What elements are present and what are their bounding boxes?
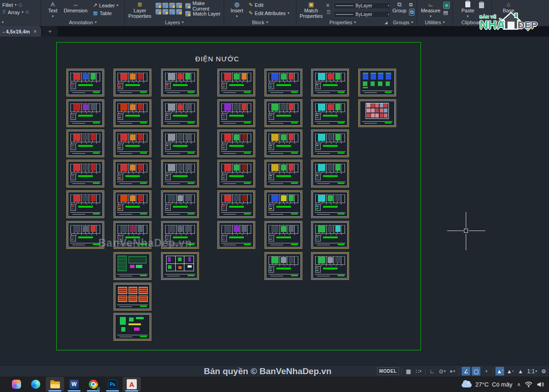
groups-panel-title[interactable]: Groups ▾ xyxy=(389,18,417,26)
layer-freeze-icon[interactable] xyxy=(169,3,175,8)
offset-icon[interactable]: ⊂ xyxy=(25,9,29,15)
leader-button[interactable]: ↗ Leader ▾ xyxy=(93,2,118,8)
drawing-sheet-r1c7[interactable] xyxy=(358,69,396,97)
drawing-sheet-r3c6[interactable] xyxy=(311,129,349,157)
quick-measure-icon[interactable]: ▣ xyxy=(443,2,450,9)
taskbar-copilot-button[interactable] xyxy=(7,377,26,392)
snap-mode-toggle[interactable]: ∷▾ xyxy=(414,367,423,376)
properties-panel-title[interactable]: Properties ▾ xyxy=(296,18,389,26)
drawing-sheet-r7c6[interactable] xyxy=(311,252,349,280)
layer-unlock-icon[interactable] xyxy=(176,9,182,15)
drawing-sheet-r2c3[interactable] xyxy=(161,99,199,127)
layer-thaw-icon[interactable] xyxy=(169,9,175,15)
drawing-sheet-r1c5[interactable] xyxy=(264,69,302,97)
drawing-sheet-r6c4[interactable] xyxy=(217,221,255,249)
block-edit-button[interactable]: ✎ Edit xyxy=(249,2,290,8)
drawing-sheet-r4c4[interactable] xyxy=(217,160,255,188)
drawing-sheet-r7c2[interactable] xyxy=(113,252,151,280)
model-space-button[interactable]: MODEL xyxy=(377,367,399,375)
drawing-sheet-r1c3[interactable] xyxy=(161,69,199,97)
grid-display-toggle[interactable]: ▦ xyxy=(404,367,413,376)
drawing-sheet-r2c5[interactable] xyxy=(264,99,302,127)
customization-button[interactable]: ⚙ xyxy=(539,367,548,376)
isometric-drafting-toggle[interactable]: ⌖▾ xyxy=(448,367,457,376)
make-current-button[interactable]: Make Current xyxy=(185,3,221,9)
drawing-sheet-r8c2[interactable] xyxy=(113,283,151,311)
measure-button[interactable]: ⌳ Measure ▾ xyxy=(420,0,441,18)
dimension-button[interactable]: ↔ Dimension xyxy=(63,0,88,13)
drawing-sheet-r4c5[interactable] xyxy=(264,160,302,188)
object-snap-toggle[interactable]: ▢ xyxy=(472,367,480,376)
taskbar-chrome-button[interactable]: Q xyxy=(84,377,102,392)
annotation-scale-button[interactable]: ▲ xyxy=(516,367,525,376)
panel-expand-icon[interactable]: ▾ xyxy=(2,20,4,24)
new-tab-button[interactable]: + xyxy=(42,26,58,37)
utilities-panel-title[interactable]: Utilities ▾ xyxy=(417,18,452,26)
block-panel-title[interactable]: Block ▾ xyxy=(224,18,296,26)
text-button[interactable]: A Text ▾ xyxy=(47,0,58,18)
drawing-sheet-r1c2[interactable] xyxy=(113,69,151,97)
scale-value-button[interactable]: 1:1▾ xyxy=(526,367,538,376)
layer-off-icon[interactable] xyxy=(156,9,161,15)
taskbar-photoshop-button[interactable]: Ps xyxy=(103,377,122,392)
linetype-icon[interactable]: ☰ xyxy=(326,9,331,15)
fillet-button[interactable]: Fillet ▾ ◇ xyxy=(2,2,22,8)
layer-on-icon[interactable] xyxy=(162,9,168,15)
drawing-sheet-r3c3[interactable] xyxy=(161,129,199,157)
drawing-sheet-r2c4[interactable] xyxy=(217,99,255,127)
quick-calculator-icon[interactable]: ▤ xyxy=(443,10,450,16)
drawing-sheet-r5c5[interactable] xyxy=(264,190,302,218)
drawing-sheet-r1c6[interactable] xyxy=(311,69,349,97)
group-edit-icon[interactable]: ⧉ xyxy=(409,9,414,16)
layer-unisolate-icon[interactable] xyxy=(162,3,168,8)
drawing-sheet-r3c1[interactable] xyxy=(66,129,104,157)
drawing-sheet-r5c2[interactable] xyxy=(113,190,151,218)
properties-dialog-launcher-icon[interactable]: ◢ xyxy=(385,21,388,25)
drawing-sheet-r7c3[interactable] xyxy=(161,252,199,280)
drawing-sheet-r4c6[interactable] xyxy=(311,160,349,188)
weather-widget[interactable]: 27°C Có mây xyxy=(462,381,512,388)
object-snap-menu[interactable]: ▾ xyxy=(482,367,490,376)
drawing-sheet-r2c6[interactable] xyxy=(311,99,349,127)
wifi-icon[interactable] xyxy=(525,381,533,387)
drawing-sheet-r2c7[interactable] xyxy=(358,99,396,127)
layer-isolate-icon[interactable] xyxy=(156,3,161,8)
layer-lock-icon[interactable] xyxy=(176,3,182,8)
drawing-canvas[interactable]: ĐIỆN NƯỚC BanVeNhaDep.vn xyxy=(0,37,549,365)
drawing-sheet-r3c5[interactable] xyxy=(264,129,302,157)
annotation-panel-title[interactable]: Annotation ▾ xyxy=(41,18,124,26)
color-dropdown[interactable]: ByLayer ▾ xyxy=(334,2,389,9)
taskbar-edge-button[interactable] xyxy=(27,377,45,392)
ungroup-icon[interactable]: ⧉ xyxy=(409,2,414,8)
close-icon[interactable]: × xyxy=(33,28,37,35)
lineweight-icon[interactable]: ≡ xyxy=(326,2,331,8)
drawing-sheet-r6c6[interactable] xyxy=(311,221,349,249)
drawing-sheet-r1c1[interactable] xyxy=(66,69,104,97)
drawing-sheet-r2c2[interactable] xyxy=(113,99,151,127)
match-properties-button[interactable]: ▣ Match Properties xyxy=(299,0,323,18)
chevron-down-icon[interactable]: ▾ xyxy=(15,3,16,7)
speaker-icon[interactable] xyxy=(537,381,544,387)
drawing-sheet-r5c3[interactable] xyxy=(161,190,199,218)
ortho-mode-toggle[interactable]: ∟ xyxy=(428,367,436,376)
drawing-sheet-r5c4[interactable] xyxy=(217,190,255,218)
copy-clip-icon[interactable] xyxy=(479,2,484,8)
array-button[interactable]: ⠿ Array ▾ ⊂ xyxy=(2,9,30,15)
taskbar-explorer-button[interactable] xyxy=(46,377,64,392)
linetype-dropdown[interactable]: ByLayer ▾ xyxy=(334,11,389,18)
taskbar-autocad-button[interactable]: A xyxy=(123,377,141,392)
tray-overflow-button[interactable]: ∧ xyxy=(517,381,521,387)
drawing-sheet-r4c1[interactable] xyxy=(66,160,104,188)
insert-button[interactable]: ◍ Insert ▾ xyxy=(230,0,244,18)
layer-properties-button[interactable]: ≣ Layer Properties xyxy=(127,0,152,18)
paste-button[interactable]: Paste ▾ xyxy=(460,0,475,18)
group-button[interactable]: ⧉ Group xyxy=(392,0,408,13)
drawing-sheet-r1c4[interactable] xyxy=(217,69,255,97)
drawing-sheet-r4c2[interactable] xyxy=(113,160,151,188)
drawing-sheet-r3c4[interactable] xyxy=(217,129,255,157)
object-snap-tracking-toggle[interactable]: ∠ xyxy=(462,367,470,376)
drawing-sheet-r2c1[interactable] xyxy=(66,99,104,127)
table-button[interactable]: ▦ Table xyxy=(93,10,118,16)
drawing-sheet-r6c5[interactable] xyxy=(264,221,302,249)
taskbar-word-button[interactable]: W xyxy=(65,377,83,392)
